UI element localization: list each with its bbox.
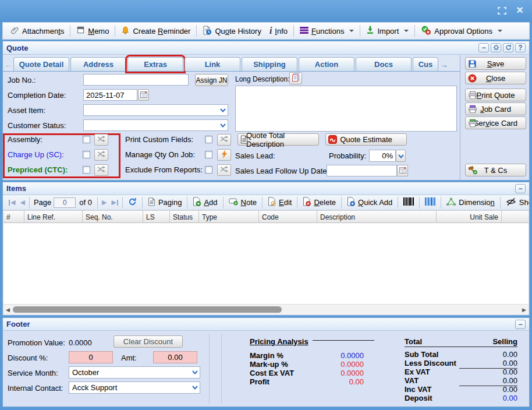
next-page-button[interactable]: ▶ (100, 199, 109, 206)
column-header-status[interactable]: Status (170, 211, 199, 222)
column-header-unit-sale[interactable]: Unit Sale (437, 211, 502, 222)
approval-icon (421, 26, 431, 37)
column-header-line-ref[interactable]: Line Ref. (24, 211, 83, 222)
show-hide-button[interactable]: Show/Hide (502, 196, 529, 209)
tab-docs[interactable]: Docs (356, 57, 412, 71)
tcs-button[interactable]: T & Cs (465, 164, 526, 176)
page-input[interactable] (54, 197, 76, 208)
footer-divider (221, 334, 222, 404)
close-button[interactable]: Close (465, 72, 526, 84)
tab-action[interactable]: Action (299, 57, 354, 71)
internal-contact-select[interactable]: Acck Support (69, 381, 200, 394)
close-icon[interactable]: × (516, 3, 523, 17)
service-card-button[interactable]: Service Card (465, 116, 526, 129)
tab-link[interactable]: Link (185, 57, 240, 71)
assign-jn-button[interactable]: Assign JN (195, 74, 228, 86)
asset-item-select[interactable] (83, 104, 228, 116)
column-header-ls[interactable]: LS (143, 211, 170, 222)
customer-status-select[interactable] (83, 119, 228, 131)
barcode-black-button[interactable] (400, 196, 417, 208)
service-month-select[interactable]: October (69, 366, 200, 379)
approval-options-button[interactable]: Approval Options (417, 24, 506, 38)
exclude-reports-shuffle-button[interactable] (217, 164, 231, 176)
quote-tabstrip: ← Quote Detail Address Extras Link Shipp… (3, 55, 460, 72)
tab-scroll-right-icon[interactable]: → (439, 58, 449, 71)
tab-scroll-left-icon[interactable]: ← (4, 58, 12, 71)
manage-qty-lightning-button[interactable] (217, 149, 231, 161)
tab-extras[interactable]: Extras (127, 57, 183, 71)
clear-discount-button[interactable]: Clear Discount (114, 335, 183, 348)
functions-button[interactable]: Functions (296, 26, 358, 37)
quote-history-button[interactable]: Quote History (198, 24, 265, 38)
column-header-code[interactable]: Code (259, 211, 317, 222)
quote-estimate-button[interactable]: Quote Estimate (325, 133, 407, 146)
assembly-checkbox[interactable] (83, 136, 90, 143)
profit-value: 0.00 (303, 377, 364, 386)
tab-address[interactable]: Address (70, 57, 126, 71)
customer-status-label: Customer Status: (8, 121, 66, 130)
scroll-right-icon[interactable]: ▶ (520, 307, 529, 313)
print-custom-fields-checkbox[interactable] (205, 136, 212, 143)
print-quote-button[interactable]: Print Quote (465, 89, 526, 101)
help-button[interactable]: ? (515, 43, 526, 52)
add-button[interactable]: Add (189, 196, 221, 209)
collapse-button[interactable]: − (478, 43, 489, 52)
create-reminder-button[interactable]: Create Reminder (117, 24, 194, 38)
last-page-button[interactable]: ▶ (109, 199, 120, 206)
prev-page-button[interactable]: ◀ (17, 199, 27, 206)
prepriced-shuffle-button[interactable] (94, 164, 108, 176)
scroll-left-icon[interactable]: ◀ (3, 307, 12, 313)
edit-button[interactable]: Edit (264, 196, 295, 209)
long-description-textarea[interactable] (235, 86, 457, 132)
dimension-button[interactable]: Dimension (443, 196, 498, 208)
calendar-button[interactable] (397, 165, 408, 176)
amt-input[interactable] (153, 351, 197, 363)
quote-total-description-button[interactable]: Quote Total Description (237, 133, 319, 146)
items-table-body[interactable] (3, 223, 529, 304)
job-no-input[interactable] (83, 74, 189, 86)
probability-select[interactable]: 0% (369, 150, 396, 162)
refresh-items-button[interactable] (125, 196, 140, 209)
tab-shipping[interactable]: Shipping (242, 57, 297, 71)
job-card-button[interactable]: Job Card (465, 102, 526, 115)
quick-add-button[interactable]: Quick Add (343, 196, 396, 209)
delete-button[interactable]: Delete (299, 196, 339, 209)
tab-quote-detail[interactable]: Quote Detail (13, 57, 69, 71)
horizontal-scrollbar[interactable]: ◀ ▶ (3, 304, 529, 314)
tab-customer[interactable]: Cus (413, 57, 438, 71)
column-header-type[interactable]: Type (199, 211, 259, 222)
info-button[interactable]: i Info (265, 25, 292, 37)
exclude-reports-checkbox[interactable] (205, 166, 212, 174)
attachments-button[interactable]: Attachments (6, 24, 68, 38)
restore-icon[interactable] (498, 7, 506, 16)
note-button[interactable]: Note (225, 196, 260, 208)
window-titlebar: × (0, 0, 532, 22)
barcode-blue-button[interactable] (421, 196, 439, 208)
import-button[interactable]: Import (362, 24, 413, 37)
prepriced-checkbox[interactable] (83, 166, 90, 174)
assembly-shuffle-button[interactable] (94, 134, 108, 146)
paging-button[interactable]: Paging (144, 196, 185, 209)
save-button[interactable]: Save (465, 57, 526, 70)
print-custom-shuffle-button[interactable] (217, 134, 231, 146)
collapse-button[interactable]: − (515, 184, 526, 193)
probability-chevron-button[interactable] (396, 150, 406, 162)
column-header-description[interactable]: Description (317, 211, 437, 222)
collapse-button[interactable]: − (515, 320, 526, 329)
first-page-button[interactable]: ◀ (6, 199, 17, 206)
manage-qty-checkbox[interactable] (205, 151, 212, 158)
column-header-number[interactable]: # (3, 211, 24, 222)
lightning-icon (221, 150, 228, 160)
copy-description-button[interactable] (289, 72, 302, 84)
calendar-button[interactable] (138, 89, 149, 101)
memo-button[interactable]: Memo (72, 24, 113, 37)
charge-up-checkbox[interactable] (83, 151, 90, 158)
column-header-seq-no[interactable]: Seq. No. (83, 211, 143, 222)
charge-up-shuffle-button[interactable] (94, 149, 108, 161)
follow-up-date-input[interactable] (327, 165, 397, 176)
scroll-thumb[interactable] (13, 306, 282, 313)
discount-input[interactable] (69, 351, 113, 363)
settings-button[interactable] (491, 43, 501, 52)
completion-date-input[interactable] (83, 89, 137, 101)
refresh-button[interactable] (503, 43, 513, 52)
